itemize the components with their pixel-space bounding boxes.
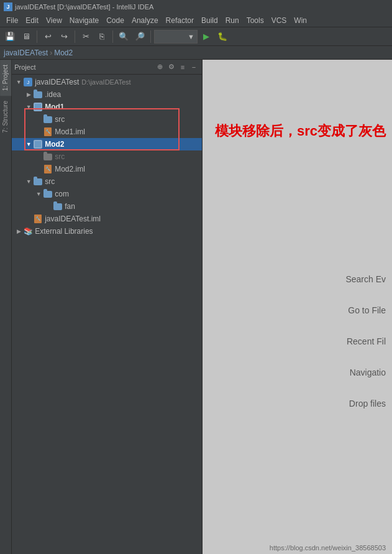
panel-add-btn[interactable]: ⊕ <box>155 62 166 73</box>
panel-header: Project ⊕ ⚙ ≡ − <box>12 60 202 75</box>
toolbar-config-dropdown[interactable]: ▼ <box>154 30 198 44</box>
file-icon-mod2-iml: 🔧 <box>43 164 53 174</box>
toolbar: 💾 🖥 ↩ ↪ ✂ ⎘ 🔍 🔎 ▼ ▶ 🐛 <box>0 27 392 46</box>
folder-icon-com <box>43 189 53 199</box>
menu-run[interactable]: Run <box>222 15 243 26</box>
tree-item-idea[interactable]: ▶ .idea <box>12 88 202 101</box>
menu-edit[interactable]: Edit <box>22 15 42 26</box>
left-tabs: 1: Project 7: Structure <box>0 60 12 554</box>
arrow-root-iml <box>24 215 33 223</box>
folder-icon-src-root <box>33 177 43 187</box>
iml-shape-mod1: 🔧 <box>44 127 52 136</box>
tree-path-root: D:\javaIDEATest <box>81 78 130 86</box>
arrow-ext-libs: ▶ <box>14 227 23 236</box>
menu-vcs[interactable]: VCS <box>268 15 291 26</box>
tree-item-root-iml[interactable]: 🔧 javaIDEATest.iml <box>12 213 202 225</box>
tree-item-mod1[interactable]: ▼ Mod1 <box>12 101 202 113</box>
menu-file[interactable]: File <box>2 15 22 26</box>
module-icon-mod2 <box>33 139 43 149</box>
project-panel: Project ⊕ ⚙ ≡ − ▼ J javaIDEATest D:\java… <box>12 60 203 554</box>
file-icon-root-iml: 🔧 <box>33 214 43 224</box>
toolbar-search2[interactable]: 🔎 <box>132 29 147 44</box>
menu-win[interactable]: Win <box>290 15 311 26</box>
tree-item-mod2-iml[interactable]: 🔧 Mod2.iml <box>12 163 202 175</box>
tree-label-src-root: src <box>45 177 55 186</box>
quick-action-recent: Recent Fil <box>347 336 386 346</box>
tree-label-mod1-iml: Mod1.iml <box>55 127 85 136</box>
arrow-mod2: ▼ <box>24 140 33 149</box>
folder-shape-idea <box>34 91 42 98</box>
toolbar-undo[interactable]: ↩ <box>40 29 55 44</box>
toolbar-redo[interactable]: ↪ <box>57 29 71 44</box>
menu-build[interactable]: Build <box>198 15 222 26</box>
menu-analyze[interactable]: Analyze <box>128 15 162 26</box>
toolbar-sep4 <box>150 30 151 43</box>
toolbar-sep3 <box>112 30 113 43</box>
tree-view: ▼ J javaIDEATest D:\javaIDEATest ▶ .idea <box>12 75 202 554</box>
bottom-url: https://blog.csdn.net/weixin_38568503 <box>270 544 386 552</box>
arrow-fan <box>44 202 53 211</box>
folder-shape-com <box>43 191 52 198</box>
toolbar-copy[interactable]: ⎘ <box>94 29 109 44</box>
toolbar-sep2 <box>75 30 75 43</box>
breadcrumb-sep: › <box>50 48 52 57</box>
libs-icon: 📚 <box>23 226 33 236</box>
tree-label-mod2: Mod2 <box>45 140 64 149</box>
toolbar-run-config[interactable]: 🖥 <box>19 29 34 44</box>
menu-view[interactable]: View <box>42 15 66 26</box>
toolbar-debug-btn[interactable]: 🐛 <box>215 29 230 44</box>
app-icon: J <box>4 2 12 11</box>
tree-label-mod1-src: src <box>55 115 65 124</box>
tree-label-idea: .idea <box>45 90 61 99</box>
toolbar-cut[interactable]: ✂ <box>78 29 93 44</box>
folder-shape-mod2-src <box>43 154 52 160</box>
menu-code[interactable]: Code <box>103 15 128 26</box>
arrow-mod1: ▼ <box>24 103 33 111</box>
toolbar-search1[interactable]: 🔍 <box>116 29 131 44</box>
tree-item-ext-libs[interactable]: ▶ 📚 External Libraries <box>12 225 202 238</box>
annotation-text: 模块移除后，src变成了灰色 <box>215 122 386 141</box>
breadcrumb-mod2[interactable]: Mod2 <box>54 48 73 57</box>
tree-label-com: com <box>55 190 69 198</box>
menu-navigate[interactable]: Navigate <box>66 15 103 26</box>
tree-label-ext-libs: External Libraries <box>35 227 93 236</box>
quick-action-drop: Drop files <box>349 399 386 409</box>
breadcrumb-bar: javaIDEATest › Mod2 <box>0 46 392 60</box>
breadcrumb-project[interactable]: javaIDEATest <box>4 48 48 57</box>
arrow-com: ▼ <box>34 190 43 198</box>
tree-label-fan: fan <box>65 202 75 211</box>
tree-label-root: javaIDEATest <box>35 78 79 86</box>
panel-menu-btn[interactable]: ≡ <box>177 62 188 73</box>
arrow-root: ▼ <box>14 78 23 86</box>
tree-item-root[interactable]: ▼ J javaIDEATest D:\javaIDEATest <box>12 76 202 88</box>
module-shape-mod1 <box>34 103 42 111</box>
iml-shape-mod2: 🔧 <box>44 165 52 173</box>
tree-item-src-root[interactable]: ▼ src <box>12 175 202 188</box>
panel-settings-btn[interactable]: ⚙ <box>166 62 177 73</box>
tree-item-com[interactable]: ▼ com <box>12 188 202 200</box>
folder-icon-mod1-src <box>43 114 53 124</box>
left-tab-structure[interactable]: 7: Structure <box>0 96 11 138</box>
tree-label-mod2-iml: Mod2.iml <box>55 165 85 173</box>
tree-label-root-iml: javaIDEATest.iml <box>45 215 101 223</box>
tree-item-mod1-iml[interactable]: 🔧 Mod1.iml <box>12 126 202 138</box>
title-bar: J javaIDEATest [D:\javaIDEATest] - Intel… <box>0 0 392 14</box>
tree-item-mod2[interactable]: ▼ Mod2 <box>12 138 202 150</box>
menu-refactor[interactable]: Refactor <box>162 15 198 26</box>
toolbar-save[interactable]: 💾 <box>2 29 17 44</box>
quick-action-nav: Navigatio <box>350 367 386 377</box>
tree-item-fan[interactable]: fan <box>12 200 202 213</box>
arrow-mod1-src <box>34 115 43 124</box>
tree-item-mod2-src[interactable]: src <box>12 150 202 163</box>
arrow-mod1-iml <box>34 127 43 136</box>
folder-shape-src-root <box>34 178 42 185</box>
panel-collapse-btn[interactable]: − <box>188 62 199 73</box>
menu-tools[interactable]: Tools <box>243 15 268 26</box>
left-tab-project[interactable]: 1: Project <box>0 60 11 96</box>
folder-icon-mod2-src <box>43 152 53 162</box>
module-shape-mod2 <box>34 140 42 149</box>
arrow-mod2-iml <box>34 165 43 173</box>
project-icon: J <box>24 78 32 86</box>
tree-item-mod1-src[interactable]: src <box>12 113 202 126</box>
toolbar-run-btn[interactable]: ▶ <box>199 29 214 44</box>
